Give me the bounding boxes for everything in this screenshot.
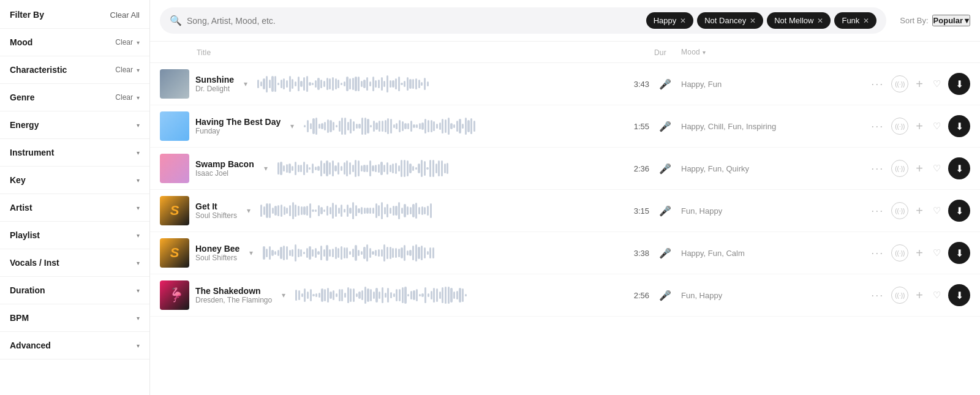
download-button-honeybee[interactable]: ⬇ [948,242,970,264]
track-expand-shakedown[interactable]: ▾ [278,291,289,299]
waveform-bar [442,287,443,303]
waveform-bar [321,123,323,129]
sidebar-header-duration[interactable]: Duration ▾ [10,277,140,304]
like-button-bestday[interactable]: ♡ [930,118,943,134]
add-button-swamp[interactable]: + [913,159,925,178]
sidebar-header-mood[interactable]: Mood Clear ▾ [10,29,140,56]
sidebar-clear-genre[interactable]: Clear [115,93,133,102]
sidebar-header-playlist[interactable]: Playlist ▾ [10,222,140,249]
track-duration-shakedown: 2:56 [617,291,654,300]
like-button-swamp[interactable]: ♡ [930,160,943,176]
track-expand-sunshine[interactable]: ▾ [240,80,251,88]
waveform-bar [336,125,337,127]
more-options-button-bestday[interactable]: ··· [869,118,886,135]
waveform-sunshine[interactable] [257,72,429,96]
add-button-bestday[interactable]: + [913,117,925,136]
sidebar-label-duration: Duration [10,285,45,295]
radio-button-swamp[interactable]: ((·)) [891,160,908,177]
download-button-swamp[interactable]: ⬇ [948,157,970,179]
more-options-button-sunshine[interactable]: ··· [869,75,886,93]
sidebar-header-vocals[interactable]: Vocals / Inst ▾ [10,249,140,276]
more-options-button-swamp[interactable]: ··· [869,160,886,178]
waveform-getit[interactable] [260,198,432,223]
waveform-bar [392,80,394,88]
like-button-sunshine[interactable]: ♡ [930,76,943,92]
waveform-bar [395,248,397,258]
radio-button-getit[interactable]: ((·)) [891,202,908,219]
waveform-bar [281,80,282,89]
sort-by-button[interactable]: Popular ▾ [932,15,970,26]
track-text-shakedown: The Shakedown Dresden, The Flamingo [195,286,272,304]
waveform-bar [312,249,314,257]
waveform-bar [346,77,348,91]
add-button-sunshine[interactable]: + [913,75,925,94]
track-expand-swamp[interactable]: ▾ [260,164,271,173]
sidebar-header-artist[interactable]: Artist ▾ [10,194,140,221]
sidebar-header-characteristic[interactable]: Characteristic Clear ▾ [10,56,140,83]
waveform-bar [341,118,343,135]
waveform-bar [295,81,296,86]
filter-tag-remove-happy[interactable]: ✕ [680,17,686,25]
download-button-sunshine[interactable]: ⬇ [948,73,970,95]
track-expand-getit[interactable]: ▾ [243,206,254,215]
radio-button-bestday[interactable]: ((·)) [891,118,908,135]
waveform-bar [375,288,377,303]
filter-tag-remove-not-mellow[interactable]: ✕ [817,17,823,25]
mic-icon[interactable]: 🎤 [654,78,676,90]
waveform-swamp[interactable] [277,156,449,181]
like-button-getit[interactable]: ♡ [930,203,943,219]
waveform-bar [292,202,294,219]
clear-all-button[interactable]: Clear All [110,10,140,20]
mic-icon[interactable]: 🎤 [654,205,676,217]
search-input[interactable] [187,16,641,26]
mic-icon[interactable]: 🎤 [654,247,676,259]
mic-icon[interactable]: 🎤 [654,290,676,301]
sidebar-header-energy[interactable]: Energy ▾ [10,111,140,138]
track-actions-getit: ··· ((·)) + ♡ ⬇ [848,200,970,222]
sidebar-clear-mood[interactable]: Clear [115,38,133,47]
waveform-bar [456,291,458,299]
waveform-bar [324,122,326,130]
radio-button-sunshine[interactable]: ((·)) [891,75,908,92]
waveform-bar [298,165,300,173]
waveform-bar [418,80,420,88]
filter-tag-remove-funk[interactable]: ✕ [863,17,869,25]
like-button-shakedown[interactable]: ♡ [930,287,943,303]
waveform-bar [283,246,285,260]
radio-button-honeybee[interactable]: ((·)) [891,244,908,261]
sidebar-clear-characteristic[interactable]: Clear [115,66,133,74]
sidebar-header-bpm[interactable]: BPM ▾ [10,304,140,331]
radio-button-shakedown[interactable]: ((·)) [891,287,908,304]
sidebar-header-genre[interactable]: Genre Clear ▾ [10,84,140,111]
mic-icon[interactable]: 🎤 [654,121,676,132]
sidebar-header-key[interactable]: Key ▾ [10,167,140,194]
download-button-bestday[interactable]: ⬇ [948,115,970,137]
track-list: Sunshine Dr. Delight ▾ 3:43 🎤 Happy, Fun… [150,63,980,395]
waveform-bar [415,203,417,219]
chevron-down-icon: ▾ [137,94,140,101]
download-button-getit[interactable]: ⬇ [948,200,970,222]
add-button-getit[interactable]: + [913,201,925,220]
more-options-button-honeybee[interactable]: ··· [869,244,886,262]
track-expand-bestday[interactable]: ▾ [287,122,298,130]
waveform-honeybee[interactable] [263,241,434,265]
waveform-bestday[interactable] [304,114,475,138]
like-button-honeybee[interactable]: ♡ [930,245,943,261]
add-button-honeybee[interactable]: + [913,244,925,263]
download-button-shakedown[interactable]: ⬇ [948,284,970,306]
add-button-shakedown[interactable]: + [913,286,925,305]
waveform-bar [352,249,354,257]
sidebar-header-advanced[interactable]: Advanced ▾ [10,332,140,359]
filter-tag-remove-not-dancey[interactable]: ✕ [750,17,756,25]
waveform-bar [412,204,414,217]
mic-icon[interactable]: 🎤 [654,163,676,175]
waveform-bar [381,202,383,219]
sidebar-header-instrument[interactable]: Instrument ▾ [10,139,140,166]
more-options-button-shakedown[interactable]: ··· [869,287,886,304]
chevron-down-icon: ▾ [137,149,140,156]
track-mood-shakedown: Fun, Happy [676,291,848,300]
waveform-shakedown[interactable] [295,283,467,307]
waveform-bar [315,209,317,212]
more-options-button-getit[interactable]: ··· [869,202,886,220]
track-expand-honeybee[interactable]: ▾ [246,249,257,257]
